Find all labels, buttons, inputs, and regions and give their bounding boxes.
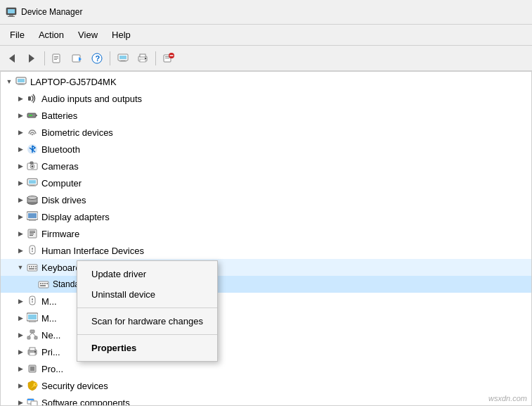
svg-rect-21 xyxy=(145,58,146,59)
svg-rect-65 xyxy=(35,268,37,269)
printers-expander[interactable]: ▶ xyxy=(15,346,26,357)
add-device-button[interactable] xyxy=(160,49,178,68)
svg-text:?: ? xyxy=(96,54,100,63)
back-button[interactable] xyxy=(3,49,21,68)
svg-rect-76 xyxy=(28,315,37,319)
security-expander[interactable]: ▶ xyxy=(15,380,26,391)
audio-expander[interactable]: ▶ xyxy=(15,93,26,104)
svg-point-58 xyxy=(32,250,33,252)
toolbar-sep-3 xyxy=(155,51,156,65)
security-label: Security devices xyxy=(41,381,108,391)
display-button[interactable] xyxy=(114,49,132,68)
cameras-expander[interactable]: ▶ xyxy=(15,160,26,172)
hid-expander[interactable]: ▶ xyxy=(15,245,26,256)
context-uninstall-device[interactable]: Uninstall device xyxy=(77,284,217,305)
svg-rect-85 xyxy=(30,348,35,350)
biometric-expander[interactable]: ▶ xyxy=(15,127,26,138)
svg-rect-79 xyxy=(30,330,34,333)
cameras-icon xyxy=(26,160,39,172)
computer-icon xyxy=(15,75,27,88)
software-components-expander[interactable]: ▶ xyxy=(15,397,26,405)
tree-hid[interactable]: ▶ Human Interface Devices xyxy=(1,242,531,259)
processors-label: Pro... xyxy=(41,364,63,374)
svg-rect-42 xyxy=(30,185,34,186)
tree-bluetooth[interactable]: ▶ Bluetooth xyxy=(1,141,531,158)
svg-rect-93 xyxy=(27,399,34,400)
tree-disk[interactable]: ▶ Disk drives xyxy=(1,191,531,208)
menu-action[interactable]: Action xyxy=(32,27,71,43)
tree-security[interactable]: ▶ 🔑 Security devices xyxy=(1,377,531,394)
tree-software-components[interactable]: ▶ Software components xyxy=(1,394,531,405)
root-expander[interactable]: ▼ xyxy=(4,76,15,87)
processors-expander[interactable]: ▶ xyxy=(15,363,26,374)
disk-expander[interactable]: ▶ xyxy=(15,194,26,205)
svg-rect-62 xyxy=(33,266,34,267)
network-expander[interactable]: ▶ xyxy=(15,329,26,341)
menu-view[interactable]: View xyxy=(71,27,105,43)
computer-expander[interactable]: ▶ xyxy=(15,177,26,189)
svg-rect-73 xyxy=(32,298,33,300)
svg-rect-66 xyxy=(39,281,48,288)
tree-audio[interactable]: ▶ Audio inputs and outputs xyxy=(1,90,531,107)
svg-rect-39 xyxy=(30,162,33,164)
tree-biometric[interactable]: ▶ Biometric devices xyxy=(1,124,531,141)
bluetooth-expander[interactable]: ▶ xyxy=(15,144,26,155)
svg-rect-89 xyxy=(30,367,34,371)
display-expander[interactable]: ▶ xyxy=(15,211,26,222)
network-icon xyxy=(26,329,39,341)
monitors-label: M... xyxy=(41,313,57,324)
tree-cameras[interactable]: ▶ Cameras xyxy=(1,158,531,175)
print-button[interactable] xyxy=(134,49,152,68)
help-button[interactable]: ? xyxy=(88,49,106,68)
context-menu: Update driver Uninstall device Scan for … xyxy=(77,260,218,362)
batteries-expander[interactable]: ▶ xyxy=(15,110,26,121)
watermark: wsxdn.com xyxy=(488,394,527,402)
title-bar: Device Manager xyxy=(0,0,532,25)
hid-icon xyxy=(26,244,39,257)
keyboards-expander[interactable]: ▼ xyxy=(15,262,26,273)
svg-rect-34 xyxy=(29,115,32,116)
toolbar-sep-1 xyxy=(44,51,45,65)
svg-point-46 xyxy=(27,196,37,200)
svg-rect-53 xyxy=(30,232,35,233)
disk-icon xyxy=(26,194,39,206)
forward-button[interactable] xyxy=(22,49,41,68)
svg-rect-81 xyxy=(34,336,37,339)
menu-help[interactable]: Help xyxy=(105,27,138,43)
svg-rect-1 xyxy=(8,9,15,13)
software-components-icon xyxy=(26,396,39,405)
svg-rect-63 xyxy=(35,266,37,267)
monitors-expander[interactable]: ▶ xyxy=(15,312,26,324)
hid-label: Human Interface Devices xyxy=(41,246,144,256)
tree-computer[interactable]: ▶ Computer xyxy=(1,175,531,191)
firmware-expander[interactable]: ▶ xyxy=(15,228,26,239)
menu-bar: File Action View Help xyxy=(0,25,532,46)
properties-button[interactable] xyxy=(48,49,67,68)
svg-rect-9 xyxy=(54,59,57,60)
tree-display[interactable]: ▶ Display adapters xyxy=(1,208,531,225)
context-properties[interactable]: Properties xyxy=(77,338,217,358)
svg-rect-69 xyxy=(44,283,46,284)
svg-rect-61 xyxy=(31,266,32,267)
toolbar: ? xyxy=(0,46,532,71)
firmware-icon xyxy=(26,227,39,240)
tree-root[interactable]: ▼ LAPTOP-GJ57D4MK xyxy=(1,73,531,90)
cameras-label: Cameras xyxy=(41,161,79,172)
svg-rect-41 xyxy=(29,180,36,184)
keyboard-device-icon xyxy=(37,278,50,291)
menu-file[interactable]: File xyxy=(3,27,32,43)
printers-icon xyxy=(26,345,39,358)
tree-processors[interactable]: ▶ Pro... xyxy=(1,360,531,377)
security-icon: 🔑 xyxy=(26,379,39,392)
svg-text:🔑: 🔑 xyxy=(31,382,38,389)
context-update-driver[interactable]: Update driver xyxy=(77,264,217,284)
main-content: ▼ LAPTOP-GJ57D4MK ▶ Audio xyxy=(0,71,532,406)
tree-firmware[interactable]: ▶ Firmware xyxy=(1,225,531,242)
mice-expander[interactable]: ▶ xyxy=(15,296,26,307)
software-components-label: Software components xyxy=(41,398,130,406)
update-driver-button[interactable] xyxy=(68,49,86,68)
tree-batteries[interactable]: ▶ Batteries xyxy=(1,107,531,124)
svg-marker-5 xyxy=(29,54,34,63)
context-scan-hardware[interactable]: Scan for hardware changes xyxy=(77,311,217,331)
computer2-icon xyxy=(26,177,39,189)
